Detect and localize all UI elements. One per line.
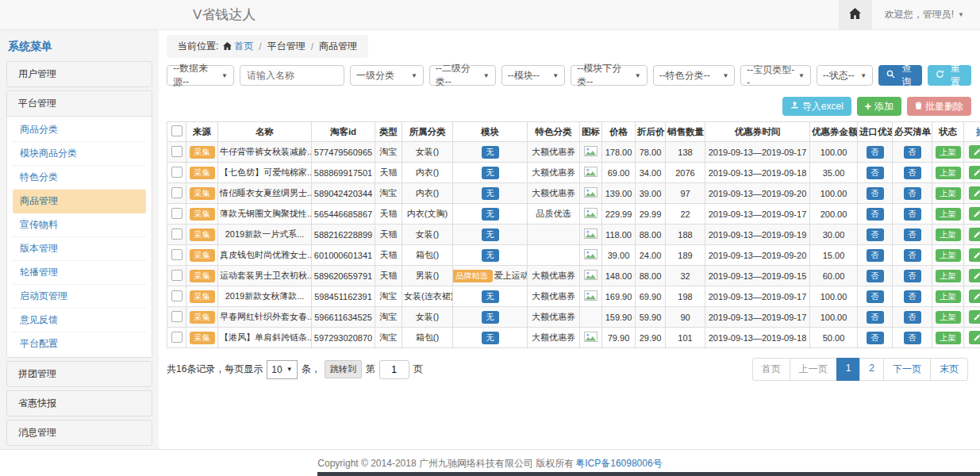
home-button[interactable] <box>839 0 872 29</box>
sidebar-subitem[interactable]: 模块商品分类 <box>13 142 146 166</box>
import-select-toggle[interactable]: 否 <box>867 146 884 159</box>
must-buy-toggle[interactable]: 否 <box>904 167 921 179</box>
must-buy-toggle[interactable]: 否 <box>904 146 921 159</box>
filter-select[interactable]: --模块下分类--▼ <box>571 65 648 86</box>
import-select-toggle[interactable]: 否 <box>867 167 884 179</box>
must-buy-toggle[interactable]: 否 <box>904 270 921 282</box>
module-none-badge[interactable]: 无 <box>482 311 499 324</box>
filter-select[interactable]: --数据来源--▼ <box>167 65 234 86</box>
image-icon[interactable] <box>584 272 598 282</box>
sidebar-item[interactable]: 消息管理 <box>6 420 152 446</box>
must-buy-toggle[interactable]: 否 <box>904 332 921 344</box>
module-none-badge[interactable]: 无 <box>482 332 499 344</box>
edit-button[interactable] <box>969 269 980 282</box>
import-select-toggle[interactable]: 否 <box>867 228 884 241</box>
must-buy-toggle[interactable]: 否 <box>904 249 921 262</box>
sidebar-subitem-active[interactable]: 商品管理 <box>13 190 146 213</box>
status-toggle[interactable]: 上架 <box>936 187 961 200</box>
select-all-checkbox[interactable] <box>171 125 183 136</box>
image-icon[interactable] <box>584 251 598 261</box>
row-checkbox[interactable] <box>171 146 183 157</box>
image-icon[interactable] <box>584 210 598 220</box>
edit-button[interactable] <box>969 310 980 324</box>
page-button[interactable]: 上一页 <box>790 358 837 381</box>
search-button[interactable]: 查询 <box>878 65 922 86</box>
must-buy-toggle[interactable]: 否 <box>904 290 921 303</box>
status-toggle[interactable]: 上架 <box>936 332 961 344</box>
module-none-badge[interactable]: 无 <box>482 208 499 221</box>
batch-delete-button[interactable]: 批量删除 <box>907 97 971 116</box>
filter-select[interactable]: --状态--▼ <box>817 65 873 86</box>
sidebar-subitem[interactable]: 启动页管理 <box>13 285 146 309</box>
sidebar-subitem[interactable]: 平台配置 <box>13 332 146 355</box>
import-select-toggle[interactable]: 否 <box>867 332 884 344</box>
icp-link[interactable]: 粤ICP备16098006号 <box>575 457 662 470</box>
edit-button[interactable] <box>969 207 980 221</box>
row-checkbox[interactable] <box>171 332 183 343</box>
must-buy-toggle[interactable]: 否 <box>904 228 921 241</box>
module-none-badge[interactable]: 无 <box>482 146 499 159</box>
edit-button[interactable] <box>969 186 980 200</box>
module-none-badge[interactable]: 无 <box>482 249 499 262</box>
sidebar-subitem[interactable]: 轮播管理 <box>13 261 146 285</box>
row-checkbox[interactable] <box>171 311 183 322</box>
filter-select[interactable]: --特色分类--▼ <box>653 65 736 86</box>
page-button[interactable]: 末页 <box>930 358 968 381</box>
filter-select[interactable]: --模块--▼ <box>502 65 565 86</box>
import-excel-button[interactable]: 导入excel <box>782 97 851 116</box>
page-button[interactable]: 首页 <box>752 358 790 381</box>
sidebar-item[interactable]: 省惠快报 <box>6 390 152 416</box>
page-button[interactable]: 1 <box>836 358 861 381</box>
must-buy-toggle[interactable]: 否 <box>904 208 921 221</box>
filter-select[interactable]: 一级分类▼ <box>350 65 424 86</box>
jump-button[interactable]: 跳转到 <box>325 360 362 378</box>
breadcrumb-home-link[interactable]: 首页 <box>234 40 253 53</box>
module-none-badge[interactable]: 无 <box>482 290 499 303</box>
image-icon[interactable] <box>584 190 598 199</box>
user-menu[interactable]: 欢迎您，管理员! ▼ <box>872 8 980 21</box>
image-icon[interactable] <box>584 169 598 178</box>
sidebar-subitem[interactable]: 版本管理 <box>13 237 146 261</box>
module-none-badge[interactable]: 无 <box>482 187 499 200</box>
page-button[interactable]: 2 <box>859 358 884 381</box>
row-checkbox[interactable] <box>171 270 183 281</box>
row-checkbox[interactable] <box>171 228 183 240</box>
name-search-input[interactable] <box>240 65 344 86</box>
edit-button[interactable] <box>969 331 980 344</box>
status-toggle[interactable]: 上架 <box>936 249 961 262</box>
status-toggle[interactable]: 上架 <box>936 228 961 241</box>
edit-button[interactable] <box>969 290 980 303</box>
sidebar-item[interactable]: 拼团管理 <box>6 361 152 387</box>
row-checkbox[interactable] <box>171 187 183 198</box>
row-checkbox[interactable] <box>171 290 183 301</box>
edit-button[interactable] <box>969 228 980 241</box>
import-select-toggle[interactable]: 否 <box>867 208 884 221</box>
page-number-input[interactable] <box>379 360 409 379</box>
image-icon[interactable] <box>584 334 598 344</box>
edit-button[interactable] <box>969 145 980 159</box>
module-none-badge[interactable]: 无 <box>482 167 499 179</box>
import-select-toggle[interactable]: 否 <box>867 290 884 303</box>
status-toggle[interactable]: 上架 <box>936 311 961 324</box>
per-page-select[interactable]: 10 ▼ <box>267 360 297 379</box>
reset-button[interactable]: 重置 <box>928 65 971 86</box>
sidebar-subitem[interactable]: 特色分类 <box>13 166 146 190</box>
image-icon[interactable] <box>584 231 598 240</box>
status-toggle[interactable]: 上架 <box>936 167 961 179</box>
row-checkbox[interactable] <box>171 167 183 178</box>
must-buy-toggle[interactable]: 否 <box>904 187 921 200</box>
filter-select[interactable]: --二级分类--▼ <box>429 65 496 86</box>
image-icon[interactable] <box>584 293 598 302</box>
sidebar-item[interactable]: 用户管理 <box>6 61 152 87</box>
import-select-toggle[interactable]: 否 <box>867 249 884 262</box>
row-checkbox[interactable] <box>171 249 183 260</box>
sidebar-subitem[interactable]: 意见反馈 <box>13 309 146 332</box>
import-select-toggle[interactable]: 否 <box>867 187 884 200</box>
image-icon[interactable] <box>584 148 598 158</box>
status-toggle[interactable]: 上架 <box>936 208 961 221</box>
status-toggle[interactable]: 上架 <box>936 270 961 282</box>
module-none-badge[interactable]: 无 <box>482 228 499 241</box>
sidebar-item[interactable]: 平台管理 <box>7 91 152 117</box>
edit-button[interactable] <box>969 166 980 179</box>
add-button[interactable]: + 添加 <box>857 97 901 116</box>
